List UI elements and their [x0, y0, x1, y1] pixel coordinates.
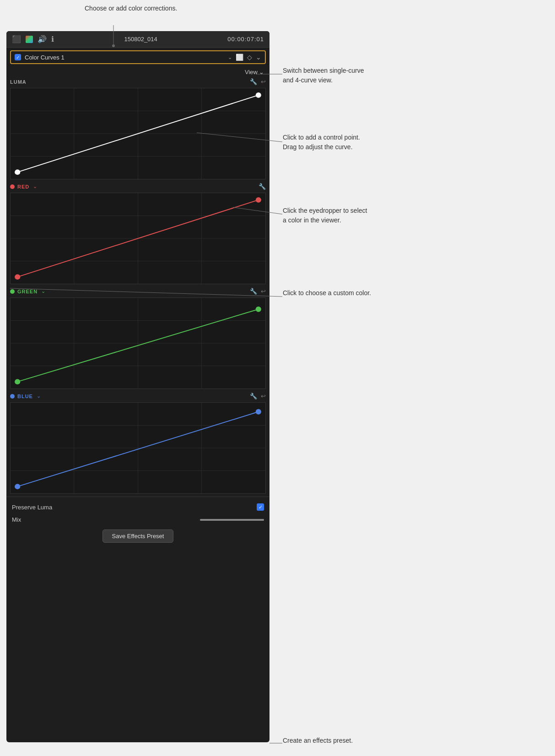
blue-chevron-icon[interactable]: ⌄: [37, 393, 41, 399]
annotation-effects-preset-text: Create an effects preset.: [283, 737, 353, 744]
annotation-custom-color: Click to choose a custom color.: [283, 288, 371, 298]
annotation-choose-color-text: Choose or add color corrections.: [85, 5, 177, 12]
annotation-add-control-point-text: Click to add a control point.Drag to adj…: [283, 134, 360, 151]
blue-curve-actions: 🔧 ↩: [250, 393, 266, 400]
red-curve-label-row: RED ⌄ 🔧: [10, 182, 266, 191]
svg-point-25: [15, 379, 20, 384]
preserve-luma-row: Preserve Luma ✓: [12, 501, 264, 513]
green-label: GREEN: [17, 289, 38, 294]
luma-curve-actions: 🔧 ↩: [250, 78, 266, 85]
green-dot[interactable]: [10, 289, 15, 294]
green-curve-actions: 🔧 ↩: [250, 288, 266, 295]
mix-slider[interactable]: [200, 519, 264, 521]
red-eyedropper-button[interactable]: 🔧: [259, 183, 266, 190]
luma-curve-section: LUMA 🔧 ↩: [10, 77, 266, 179]
mask-button[interactable]: ⬜: [236, 54, 243, 61]
color-icon[interactable]: [26, 36, 33, 43]
main-container: ⬛ 🔊 ℹ 150802_014 00:00:07:01 ✓ Color Cur…: [0, 0, 555, 756]
view-button-label: View: [245, 69, 258, 76]
bottom-controls: Preserve Luma ✓ Mix Save Effects Preset: [6, 497, 269, 548]
red-curve-canvas[interactable]: [10, 193, 266, 284]
red-dot[interactable]: [10, 184, 15, 189]
panel-header: ⬛ 🔊 ℹ 150802_014 00:00:07:01: [6, 31, 269, 48]
save-button-row: Save Effects Preset: [12, 526, 264, 545]
red-label: RED: [17, 184, 29, 189]
expand-button[interactable]: ⌄: [256, 54, 261, 61]
mix-label: Mix: [12, 516, 21, 523]
view-bar: View ⌄: [6, 67, 269, 77]
green-curve-section: GREEN ⌄ 🔧 ↩: [10, 287, 266, 389]
annotation-custom-color-text: Click to choose a custom color.: [283, 289, 371, 297]
red-curve-svg: [11, 193, 265, 284]
annotation-choose-color: Choose or add color corrections.: [85, 4, 177, 13]
luma-eyedropper-button[interactable]: 🔧: [250, 78, 257, 85]
green-reset-button[interactable]: ↩: [261, 288, 266, 295]
clip-name: 150802_014: [54, 36, 227, 43]
view-button[interactable]: View ⌄: [245, 69, 264, 76]
diamond-button[interactable]: ◇: [247, 54, 252, 61]
svg-point-26: [256, 307, 261, 312]
green-curve-label-row: GREEN ⌄ 🔧 ↩: [10, 287, 266, 296]
green-chevron-icon[interactable]: ⌄: [41, 288, 45, 294]
annotation-switch-view: Switch between single-curveand 4-curve v…: [283, 66, 364, 85]
green-curve-svg: [11, 298, 265, 389]
blue-curve-canvas[interactable]: [10, 402, 266, 494]
luma-curve-canvas[interactable]: [10, 88, 266, 179]
svg-point-34: [15, 484, 20, 489]
panel: ⬛ 🔊 ℹ 150802_014 00:00:07:01 ✓ Color Cur…: [6, 31, 269, 742]
blue-label: BLUE: [17, 394, 33, 399]
blue-eyedropper-button[interactable]: 🔧: [250, 393, 257, 400]
effect-checkbox[interactable]: ✓: [15, 54, 21, 60]
preserve-luma-label: Preserve Luma: [12, 504, 52, 511]
svg-point-17: [256, 197, 261, 203]
timecode: 00:00:07:01: [227, 36, 264, 43]
header-icons: ⬛ 🔊 ℹ: [12, 35, 54, 43]
green-eyedropper-button[interactable]: 🔧: [250, 288, 257, 295]
annotation-add-control-point: Click to add a control point.Drag to adj…: [283, 133, 360, 152]
effect-actions: ⬜ ◇ ⌄: [236, 54, 261, 61]
luma-reset-button[interactable]: ↩: [261, 78, 266, 85]
blue-dot[interactable]: [10, 394, 15, 399]
blue-curve-label-row: BLUE ⌄ 🔧 ↩: [10, 392, 266, 400]
svg-point-35: [256, 409, 261, 415]
annotation-eyedropper-text: Click the eyedropper to selecta color in…: [283, 207, 367, 224]
red-chevron-icon[interactable]: ⌄: [33, 184, 37, 189]
green-curve-canvas[interactable]: [10, 297, 266, 389]
annotation-switch-view-text: Switch between single-curveand 4-curve v…: [283, 67, 364, 84]
luma-label: LUMA: [10, 79, 27, 85]
blue-curve-svg: [11, 403, 265, 493]
effect-row: ✓ Color Curves 1 ⌄ ⬜ ◇ ⌄: [10, 50, 266, 64]
check-icon: ✓: [16, 55, 20, 60]
effect-name: Color Curves 1: [25, 54, 224, 61]
preserve-check-icon: ✓: [259, 504, 263, 510]
save-effects-preset-button[interactable]: Save Effects Preset: [102, 529, 174, 543]
film-icon[interactable]: ⬛: [12, 35, 21, 43]
blue-reset-button[interactable]: ↩: [261, 393, 266, 400]
blue-curve-section: BLUE ⌄ 🔧 ↩: [10, 392, 266, 494]
red-curve-section: RED ⌄ 🔧: [10, 182, 266, 284]
svg-point-16: [15, 274, 20, 280]
luma-curve-label-row: LUMA 🔧 ↩: [10, 77, 266, 86]
mix-row: Mix: [12, 513, 264, 526]
annotation-effects-preset: Create an effects preset.: [283, 736, 353, 745]
annotation-eyedropper: Click the eyedropper to selecta color in…: [283, 206, 367, 225]
preserve-luma-checkbox[interactable]: ✓: [257, 503, 264, 511]
svg-point-7: [15, 169, 20, 175]
audio-icon[interactable]: 🔊: [38, 35, 47, 43]
svg-point-8: [256, 92, 261, 98]
mix-slider-fill: [200, 519, 264, 521]
red-curve-actions: 🔧: [259, 183, 266, 190]
effect-name-chevron[interactable]: ⌄: [228, 54, 232, 60]
luma-curve-svg: [11, 88, 265, 179]
view-chevron-icon: ⌄: [259, 69, 264, 76]
